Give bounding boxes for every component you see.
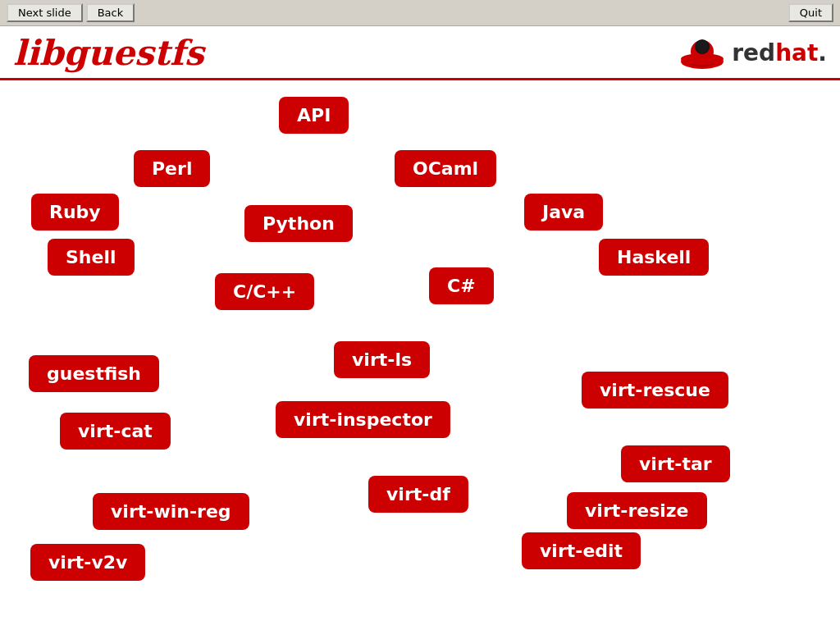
badge-virt-rescue[interactable]: virt-rescue (582, 372, 728, 409)
badge-perl[interactable]: Perl (134, 150, 210, 187)
badge-virt-cat[interactable]: virt-cat (60, 413, 171, 450)
redhat-brand-text: redhat. (732, 39, 827, 66)
badge-virt-resize[interactable]: virt-resize (567, 492, 707, 529)
redhat-hat-icon (679, 35, 725, 71)
badge-virt-ls[interactable]: virt-ls (334, 341, 430, 378)
badge-virt-edit[interactable]: virt-edit (522, 532, 641, 569)
badge-virt-v2v[interactable]: virt-v2v (30, 544, 145, 581)
badge-virt-inspector[interactable]: virt-inspector (276, 401, 450, 438)
badge-ocaml[interactable]: OCaml (395, 150, 496, 187)
header-area: libguestfs redhat. (0, 26, 840, 80)
main-content: libguestfs redhat. APIPerlOCamlRubyPytho… (0, 26, 840, 630)
badge-java[interactable]: Java (524, 194, 603, 231)
badge-ruby[interactable]: Ruby (31, 194, 119, 231)
quit-button[interactable]: Quit (788, 3, 833, 22)
badge-csharp[interactable]: C# (429, 267, 494, 304)
app-title: libguestfs (13, 33, 204, 73)
svg-point-4 (681, 53, 724, 65)
badge-cc[interactable]: C/C++ (215, 273, 314, 310)
badge-virt-tar[interactable]: virt-tar (621, 445, 730, 482)
badge-virt-win-reg[interactable]: virt-win-reg (93, 493, 249, 530)
badge-virt-df[interactable]: virt-df (368, 476, 468, 513)
badge-api[interactable]: API (279, 97, 349, 134)
next-slide-button[interactable]: Next slide (7, 3, 83, 22)
back-button[interactable]: Back (86, 3, 135, 22)
toolbar: Next slide Back Quit (0, 0, 840, 26)
badge-python[interactable]: Python (244, 205, 353, 242)
badge-shell[interactable]: Shell (48, 239, 135, 276)
badge-haskell[interactable]: Haskell (599, 239, 709, 276)
badge-guestfish[interactable]: guestfish (29, 355, 159, 392)
slide-area: APIPerlOCamlRubyPythonJavaShellHaskellC/… (0, 80, 840, 605)
redhat-logo: redhat. (679, 35, 827, 71)
svg-point-6 (696, 40, 709, 53)
